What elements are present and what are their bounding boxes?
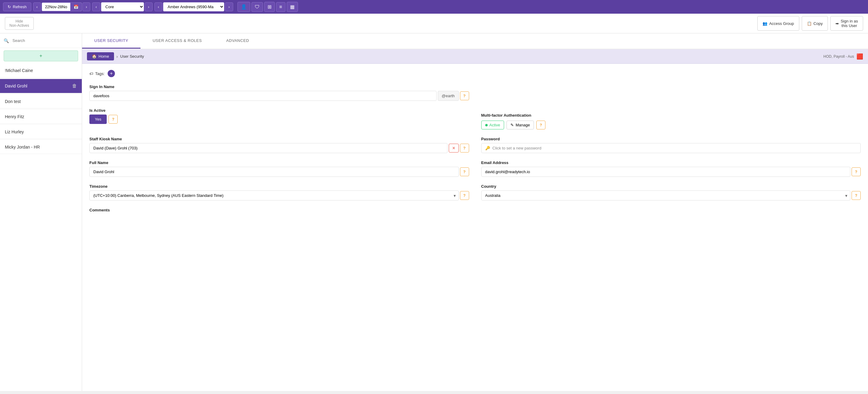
timezone-input-row: (UTC+10:00) Canberra, Melbourne, Sydney … bbox=[89, 191, 469, 200]
calendar-icon-btn[interactable]: 📅 bbox=[70, 3, 82, 11]
active-badge: Active bbox=[481, 121, 504, 129]
yes-button[interactable]: Yes bbox=[89, 114, 107, 124]
breadcrumb-current: User Security bbox=[120, 54, 144, 59]
tag-icon: 🏷 bbox=[89, 71, 93, 76]
access-group-button[interactable]: 👥 Access Group bbox=[757, 16, 799, 31]
top-toolbar: ↻ Refresh ‹ 22Nov-28No 📅 › ‹ Core › ‹ Am… bbox=[0, 0, 868, 14]
date-prev-button[interactable]: ‹ bbox=[33, 2, 41, 11]
country-label: Country bbox=[481, 184, 861, 189]
country-select[interactable]: Australia bbox=[481, 191, 851, 200]
tags-add-button[interactable]: + bbox=[107, 70, 115, 77]
sidebar-item-david-grohl[interactable]: David Grohl 🗑 bbox=[0, 79, 82, 93]
sign-in-as-user-button[interactable]: ➡ Sign in as this User bbox=[830, 16, 863, 31]
sidebar-item-don-test[interactable]: Don test bbox=[0, 95, 82, 108]
key-icon: 🔑 bbox=[485, 146, 490, 151]
staff-kiosk-input[interactable] bbox=[89, 143, 447, 153]
sign-in-name-input[interactable] bbox=[89, 91, 437, 101]
tab-advanced[interactable]: ADVANCED bbox=[214, 33, 261, 48]
tab-user-access-roles[interactable]: USER ACCESS & ROLES bbox=[141, 33, 214, 48]
full-name-label: Full Name bbox=[89, 160, 469, 165]
search-icon: 🔍 bbox=[4, 38, 9, 43]
email-input[interactable] bbox=[481, 167, 851, 177]
grid-icon-btn[interactable]: ⊞ bbox=[264, 2, 275, 12]
right-content: USER SECURITY USER ACCESS & ROLES ADVANC… bbox=[82, 33, 868, 391]
list-icon-btn[interactable]: ≡ bbox=[276, 2, 285, 12]
tab-user-security[interactable]: USER SECURITY bbox=[82, 33, 141, 48]
password-placeholder: Click to set a new password bbox=[493, 146, 541, 151]
staff-kiosk-input-row: ✕ ? bbox=[89, 143, 469, 153]
staff-kiosk-group: Staff Kiosk Name ✕ ? bbox=[89, 137, 469, 153]
country-group: Country Australia ▾ ? bbox=[481, 184, 861, 200]
is-active-help-button[interactable]: ? bbox=[108, 115, 118, 124]
email-group: Email Address ? bbox=[481, 160, 861, 177]
left-sidebar: 🔍 + !Michael Caine David Grohl 🗑 Don tes… bbox=[0, 33, 82, 391]
sign-in-name-group: Sign In Name @earth ? bbox=[89, 85, 469, 101]
copy-button[interactable]: 📋 Copy bbox=[802, 16, 828, 31]
staff-kiosk-clear-button[interactable]: ✕ bbox=[449, 144, 459, 153]
full-name-group: Full Name ? bbox=[89, 160, 469, 177]
manage-button[interactable]: ✎ Manage bbox=[506, 121, 534, 129]
mfa-help-button[interactable]: ? bbox=[536, 121, 546, 129]
main-layout: 🔍 + !Michael Caine David Grohl 🗑 Don tes… bbox=[0, 33, 868, 391]
user-select[interactable]: Amber Andrews (9590-Ma bbox=[163, 2, 224, 11]
sign-in-suffix: @earth bbox=[438, 91, 459, 101]
hide-non-actives-button[interactable]: Hide Non-Actives bbox=[5, 17, 34, 30]
mfa-label: Multi-factor Authentication bbox=[481, 113, 861, 118]
refresh-button[interactable]: ↻ Refresh bbox=[3, 2, 31, 11]
access-group-icon: 👥 bbox=[763, 21, 767, 26]
core-next-button[interactable]: › bbox=[145, 2, 153, 11]
home-icon: 🏠 bbox=[92, 54, 97, 59]
breadcrumb-separator: › bbox=[117, 54, 118, 59]
shield-icon-btn[interactable]: 🛡 bbox=[251, 2, 263, 12]
sign-in-name-help-button[interactable]: ? bbox=[460, 92, 469, 100]
refresh-icon: ↻ bbox=[8, 5, 11, 9]
core-select-wrapper: Core bbox=[101, 2, 144, 11]
breadcrumb-right-text: HOD, Payroll - Aus bbox=[823, 54, 854, 59]
core-prev-button[interactable]: ‹ bbox=[92, 2, 100, 11]
password-label: Password bbox=[481, 137, 861, 141]
user-next-button[interactable]: › bbox=[225, 2, 233, 11]
timezone-select[interactable]: (UTC+10:00) Canberra, Melbourne, Sydney … bbox=[89, 191, 459, 200]
chart-icon-btn[interactable]: ▦ bbox=[287, 2, 298, 12]
country-help-button[interactable]: ? bbox=[851, 191, 861, 200]
staff-kiosk-help-button[interactable]: ? bbox=[460, 144, 469, 153]
core-nav: ‹ Core › bbox=[92, 2, 153, 11]
timezone-select-wrapper: (UTC+10:00) Canberra, Melbourne, Sydney … bbox=[89, 191, 459, 200]
sidebar-item-michael-caine[interactable]: !Michael Caine bbox=[0, 64, 82, 77]
mfa-group bbox=[481, 93, 861, 101]
sign-in-name-input-row: @earth ? bbox=[89, 91, 469, 101]
sidebar-item-micky-jordan[interactable]: Micky Jordan - HR bbox=[0, 140, 82, 154]
breadcrumb-right: HOD, Payroll - Aus 🟥 bbox=[823, 53, 863, 60]
full-name-input[interactable] bbox=[89, 167, 459, 177]
add-user-button[interactable]: + bbox=[4, 51, 78, 61]
timezone-label: Timezone bbox=[89, 184, 469, 189]
user-nav: ‹ Amber Andrews (9590-Ma › bbox=[154, 2, 233, 11]
date-next-button[interactable]: › bbox=[83, 2, 90, 11]
breadcrumb-bar: 🏠 Home › User Security HOD, Payroll - Au… bbox=[82, 49, 868, 64]
active-dot bbox=[485, 124, 488, 126]
search-input[interactable] bbox=[11, 37, 78, 44]
password-field[interactable]: 🔑 Click to set a new password bbox=[481, 143, 861, 153]
is-active-row: Yes ? bbox=[89, 114, 469, 124]
breadcrumb-home-btn[interactable]: 🏠 Home bbox=[87, 52, 114, 61]
user-prev-button[interactable]: ‹ bbox=[154, 2, 162, 11]
toolbar-icons: 👤 🛡 ⊞ ≡ ▦ bbox=[238, 2, 298, 12]
delete-icon[interactable]: 🗑 bbox=[72, 83, 77, 89]
sidebar-item-henry-fitz[interactable]: Henry Fitz bbox=[0, 110, 82, 124]
email-help-button[interactable]: ? bbox=[851, 167, 861, 176]
comments-label: Comments bbox=[89, 208, 861, 212]
full-name-help-button[interactable]: ? bbox=[460, 167, 469, 176]
form-content: 🏷 Tags: + Sign In Name @earth ? bbox=[82, 64, 868, 391]
country-input-row: Australia ▾ ? bbox=[481, 191, 861, 200]
core-select[interactable]: Core bbox=[101, 2, 144, 11]
email-label: Email Address bbox=[481, 160, 861, 165]
timezone-help-button[interactable]: ? bbox=[460, 191, 469, 200]
date-range-wrapper: 22Nov-28No 📅 bbox=[42, 2, 82, 11]
mfa-group-inline: Multi-factor Authentication Active ✎ Man… bbox=[481, 113, 861, 129]
email-input-row: ? bbox=[481, 167, 861, 177]
sidebar-item-liz-hurley[interactable]: Liz Hurley bbox=[0, 125, 82, 139]
breadcrumb: 🏠 Home › User Security bbox=[87, 52, 144, 61]
person-icon-btn[interactable]: 👤 bbox=[238, 2, 250, 12]
sign-in-name-label: Sign In Name bbox=[89, 85, 469, 89]
staff-kiosk-label: Staff Kiosk Name bbox=[89, 137, 469, 141]
